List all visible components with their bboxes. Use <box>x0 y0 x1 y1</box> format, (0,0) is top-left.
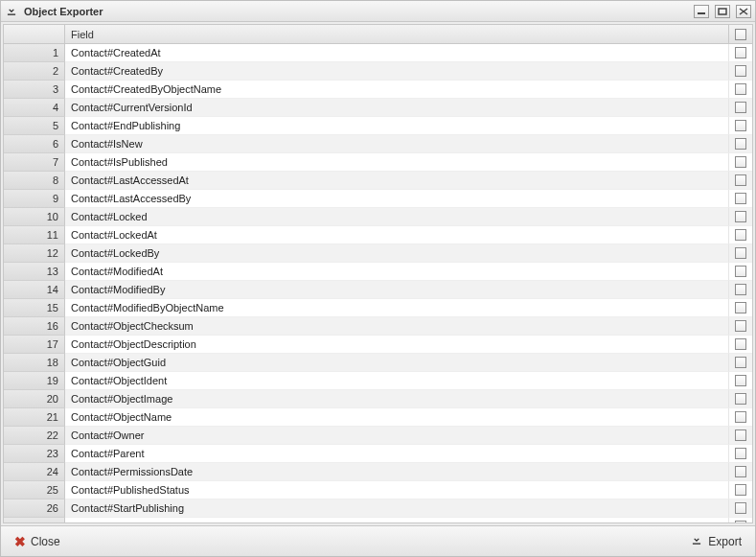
row-number-cell[interactable]: 12 <box>4 244 65 263</box>
select-all-checkbox[interactable] <box>735 29 746 40</box>
row-number-cell[interactable]: 26 <box>4 499 65 518</box>
select-all-header[interactable] <box>729 25 752 43</box>
table-row[interactable]: 22Contact#Owner <box>4 427 752 445</box>
table-row[interactable]: 10Contact#Locked <box>4 208 752 226</box>
row-checkbox[interactable] <box>735 393 746 405</box>
table-row[interactable]: 20Contact#ObjectImage <box>4 390 752 408</box>
row-number-cell[interactable]: 1 <box>4 44 65 62</box>
field-cell[interactable]: Contact#Parent <box>65 445 729 463</box>
row-number-cell[interactable]: 9 <box>4 190 65 208</box>
table-row[interactable]: 17Contact#ObjectDescription <box>4 336 752 354</box>
row-checkbox[interactable] <box>735 120 746 131</box>
row-checkbox[interactable] <box>735 156 746 168</box>
row-checkbox[interactable] <box>735 521 746 522</box>
table-row[interactable]: 8Contact#LastAccessedAt <box>4 172 752 190</box>
row-checkbox[interactable] <box>735 466 746 477</box>
field-cell[interactable]: Contact#LastAccessedBy <box>65 190 729 208</box>
export-button[interactable]: Export <box>686 531 745 551</box>
row-number-cell[interactable]: 15 <box>4 299 65 317</box>
row-checkbox[interactable] <box>735 320 746 332</box>
table-row[interactable]: 2Contact#CreatedBy <box>4 62 752 81</box>
row-number-cell[interactable]: 6 <box>4 135 65 153</box>
table-row[interactable]: 24Contact#PermissionsDate <box>4 463 752 481</box>
row-number-cell[interactable]: 7 <box>4 153 65 172</box>
field-cell[interactable]: Contact#StartPublishing <box>65 499 729 518</box>
table-row[interactable]: 16Contact#ObjectChecksum <box>4 317 752 336</box>
row-number-cell[interactable]: 20 <box>4 390 65 408</box>
field-cell[interactable]: Contact#ObjectChecksum <box>65 317 729 336</box>
row-checkbox[interactable] <box>735 229 746 241</box>
row-number-cell[interactable]: 2 <box>4 62 65 81</box>
table-row[interactable]: 26Contact#StartPublishing <box>4 499 752 518</box>
table-row[interactable]: 13Contact#ModifiedAt <box>4 263 752 281</box>
row-checkbox[interactable] <box>735 247 746 259</box>
row-checkbox[interactable] <box>735 484 746 496</box>
maximize-button[interactable] <box>715 5 730 18</box>
grid-body[interactable]: 1Contact#CreatedAt2Contact#CreatedBy3Con… <box>4 44 752 522</box>
field-cell[interactable]: Contact#IsNew <box>65 135 729 153</box>
row-number-cell[interactable]: 18 <box>4 354 65 372</box>
row-checkbox[interactable] <box>735 411 746 423</box>
row-number-header[interactable] <box>4 25 65 43</box>
row-checkbox[interactable] <box>735 65 746 77</box>
field-cell[interactable]: Contact#ObjectIdent <box>65 372 729 390</box>
field-cell[interactable]: Contact#ObjectDescription <box>65 336 729 354</box>
row-number-cell[interactable]: 27 <box>4 518 65 522</box>
table-row[interactable]: 25Contact#PublishedStatus <box>4 481 752 499</box>
table-row[interactable]: 14Contact#ModifiedBy <box>4 281 752 299</box>
row-number-cell[interactable]: 19 <box>4 372 65 390</box>
field-cell[interactable]: Contact#ModifiedAt <box>65 263 729 281</box>
table-row[interactable]: 19Contact#ObjectIdent <box>4 372 752 390</box>
table-row[interactable]: 5Contact#EndPublishing <box>4 117 752 135</box>
row-number-cell[interactable]: 24 <box>4 463 65 481</box>
row-number-cell[interactable]: 4 <box>4 99 65 117</box>
close-button[interactable]: ✖ Close <box>11 533 64 550</box>
row-checkbox[interactable] <box>735 448 746 459</box>
table-row[interactable]: 3Contact#CreatedByObjectName <box>4 81 752 99</box>
table-row[interactable]: 18Contact#ObjectGuid <box>4 354 752 372</box>
row-number-cell[interactable]: 21 <box>4 408 65 427</box>
field-column-header[interactable]: Field <box>65 25 729 43</box>
row-checkbox[interactable] <box>735 284 746 295</box>
table-row[interactable]: 15Contact#ModifiedByObjectName <box>4 299 752 317</box>
table-row[interactable]: 7Contact#IsPublished <box>4 153 752 172</box>
field-cell[interactable]: Contact#ModifiedByObjectName <box>65 299 729 317</box>
minimize-button[interactable] <box>694 5 709 18</box>
row-checkbox[interactable] <box>735 47 746 58</box>
row-number-cell[interactable]: 13 <box>4 263 65 281</box>
table-row[interactable]: 21Contact#ObjectName <box>4 408 752 427</box>
table-row[interactable]: 9Contact#LastAccessedBy <box>4 190 752 208</box>
field-cell[interactable]: Contact#LockedBy <box>65 244 729 263</box>
field-cell[interactable]: Contact#ObjectName <box>65 408 729 427</box>
row-number-cell[interactable]: 8 <box>4 172 65 190</box>
row-checkbox[interactable] <box>735 375 746 386</box>
row-checkbox[interactable] <box>735 302 746 313</box>
field-cell[interactable]: Contact#CreatedByObjectName <box>65 81 729 99</box>
row-checkbox[interactable] <box>735 83 746 95</box>
field-cell[interactable]: Contact#Locked <box>65 208 729 226</box>
table-row[interactable]: 12Contact#LockedBy <box>4 244 752 263</box>
row-checkbox[interactable] <box>735 174 746 186</box>
row-number-cell[interactable]: 14 <box>4 281 65 299</box>
table-row[interactable]: 23Contact#Parent <box>4 445 752 463</box>
field-cell[interactable]: Contact#EndPublishing <box>65 117 729 135</box>
field-cell[interactable]: Contact#LastAccessedAt <box>65 172 729 190</box>
row-number-cell[interactable]: 10 <box>4 208 65 226</box>
field-cell[interactable]: Contact#ObjectImage <box>65 390 729 408</box>
field-cell[interactable]: Contact#PublishedStatus <box>65 481 729 499</box>
row-number-cell[interactable]: 22 <box>4 427 65 445</box>
row-checkbox[interactable] <box>735 266 746 277</box>
field-cell[interactable]: Contact#ObjectGuid <box>65 354 729 372</box>
field-cell[interactable]: Contact#CreatedBy <box>65 62 729 81</box>
row-number-cell[interactable]: 5 <box>4 117 65 135</box>
row-checkbox[interactable] <box>735 211 746 222</box>
table-row[interactable]: 11Contact#LockedAt <box>4 226 752 244</box>
table-row[interactable]: 6Contact#IsNew <box>4 135 752 153</box>
row-checkbox[interactable] <box>735 429 746 441</box>
row-checkbox[interactable] <box>735 502 746 514</box>
row-checkbox[interactable] <box>735 357 746 368</box>
field-cell[interactable]: Contact#Status <box>65 518 729 522</box>
field-cell[interactable]: Contact#CurrentVersionId <box>65 99 729 117</box>
field-cell[interactable]: Contact#CreatedAt <box>65 44 729 62</box>
field-cell[interactable]: Contact#PermissionsDate <box>65 463 729 481</box>
